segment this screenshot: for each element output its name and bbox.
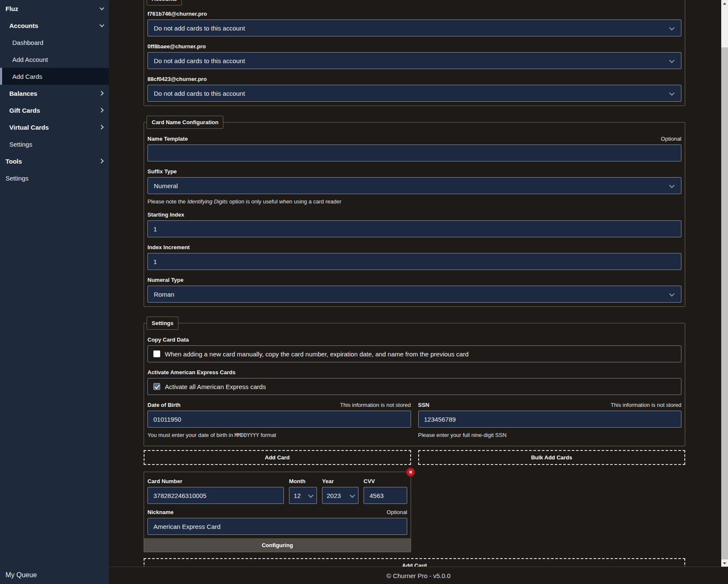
chevron-down-icon (308, 492, 314, 498)
sidebar-item-fluz[interactable]: Fluz (0, 0, 109, 17)
sidebar-item-label: Dashboard (12, 39, 103, 46)
numeral-type-select[interactable]: Roman (147, 286, 681, 303)
account-email-label: f761b746@churner.pro (147, 11, 681, 17)
scroll-up-arrow[interactable] (721, 0, 728, 7)
month-label: Month (289, 478, 317, 484)
chevron-right-icon (99, 91, 103, 95)
sidebar: Fluz Accounts Dashboard Add Account Add … (0, 0, 109, 584)
sidebar-item-my-queue[interactable]: My Queue (6, 571, 37, 579)
copy-card-data-label: Copy Card Data (147, 336, 681, 343)
month-select[interactable]: 12 (289, 487, 317, 504)
sidebar-item-dashboard[interactable]: Dashboard (0, 34, 109, 51)
accounts-fieldset: Accounts f761b746@churner.pro Do not add… (144, 0, 685, 106)
select-value: 2023 (327, 492, 341, 499)
ssn-help-text: Please enter your full nine-digit SSN (418, 432, 682, 438)
dob-help-text: You must enter your date of birth in MMD… (147, 432, 411, 438)
year-label: Year (322, 478, 358, 484)
add-card-button[interactable]: Add Card (144, 450, 411, 465)
optional-hint: Optional (661, 136, 681, 142)
nickname-input[interactable] (147, 518, 407, 535)
scrollbar-thumb[interactable] (721, 47, 728, 559)
select-value: 12 (294, 492, 301, 499)
dob-label: Date of Birth (147, 402, 181, 408)
starting-index-input[interactable] (147, 220, 681, 237)
select-value: Do not add cards to this account (154, 25, 245, 32)
starting-index-label: Starting Index (147, 211, 681, 218)
card-name-configuration-legend: Card Name Configuration (147, 116, 223, 129)
chevron-down-icon (669, 58, 675, 63)
sidebar-item-label: Settings (9, 141, 103, 148)
add-card-button-bottom[interactable]: Add Card (144, 558, 685, 567)
ssn-input[interactable] (418, 411, 682, 428)
sidebar-item-accounts[interactable]: Accounts (0, 17, 109, 34)
account-card-mode-select[interactable]: Do not add cards to this account (147, 85, 681, 102)
footer: © Churner Pro - v5.0.0 (109, 567, 728, 584)
copy-card-data-checkbox[interactable] (153, 350, 160, 357)
chevron-down-icon (350, 492, 355, 498)
activate-amex-option[interactable]: Activate all American Express cards (147, 378, 681, 395)
app-window: Fluz Accounts Dashboard Add Account Add … (0, 0, 728, 584)
account-card-mode-select[interactable]: Do not add cards to this account (147, 52, 681, 69)
activate-amex-checkbox[interactable] (153, 383, 160, 390)
account-card-mode-select[interactable]: Do not add cards to this account (147, 19, 681, 36)
nickname-label: Nickname (147, 509, 173, 515)
sidebar-item-tools[interactable]: Tools (0, 153, 109, 170)
month-group: Month 12 (289, 476, 317, 504)
card-number-group: Card Number (147, 476, 284, 504)
chevron-down-icon (100, 6, 104, 10)
chevron-down-icon (669, 291, 675, 297)
dob-input[interactable] (147, 411, 411, 428)
dob-field-group: Date of Birth This information is not st… (147, 395, 411, 438)
name-template-input[interactable] (147, 145, 681, 161)
numeral-type-label: Numeral Type (147, 277, 681, 283)
sidebar-item-virtual-cards[interactable]: Virtual Cards (0, 119, 109, 136)
vertical-scrollbar[interactable] (721, 0, 728, 567)
index-increment-input[interactable] (147, 253, 681, 270)
year-group: Year 2023 (322, 476, 358, 504)
chevron-right-icon (99, 108, 103, 112)
settings-legend: Settings (147, 317, 178, 330)
sidebar-item-label: Tools (6, 158, 100, 165)
cvv-label: CVV (364, 478, 407, 484)
sidebar-item-label: Fluz (6, 5, 100, 12)
select-value: Do not add cards to this account (154, 57, 245, 64)
name-template-label: Name Template (147, 136, 188, 142)
card-number-label: Card Number (147, 478, 284, 484)
sidebar-item-add-account[interactable]: Add Account (0, 51, 109, 68)
sidebar-item-label: Add Account (12, 56, 103, 63)
sidebar-item-label: Balances (9, 90, 100, 97)
add-card-actions: Add Card Bulk Add Cards (144, 450, 685, 465)
sidebar-item-balances[interactable]: Balances (0, 85, 109, 102)
select-value: Roman (154, 291, 174, 298)
activate-amex-text: Activate all American Express cards (165, 383, 266, 390)
dob-not-stored-note: This information is not stored (340, 402, 411, 408)
suffix-type-select[interactable]: Numeral (147, 177, 681, 194)
accounts-legend: Accounts (147, 0, 182, 6)
sidebar-item-label: Add Cards (12, 73, 103, 80)
bulk-add-cards-button[interactable]: Bulk Add Cards (418, 450, 686, 465)
sidebar-item-label: Accounts (9, 22, 100, 29)
scroll-down-arrow[interactable] (721, 559, 728, 567)
chevron-right-icon (99, 159, 103, 163)
sidebar-item-add-cards[interactable]: Add Cards (0, 68, 109, 85)
sidebar-item-settings[interactable]: Settings (0, 136, 109, 153)
chevron-right-icon (99, 125, 103, 129)
scroll-viewport: Accounts f761b746@churner.pro Do not add… (109, 0, 728, 567)
card-number-input[interactable] (147, 487, 284, 504)
cvv-input[interactable] (364, 487, 407, 504)
suffix-type-label: Suffix Type (147, 168, 681, 175)
chevron-down-icon (669, 183, 675, 188)
sidebar-item-gift-cards[interactable]: Gift Cards (0, 102, 109, 119)
remove-card-button[interactable]: ✕ (406, 467, 415, 477)
footer-version-text: © Churner Pro - v5.0.0 (386, 572, 450, 579)
account-email-label: 88cf0423@churner.pro (147, 76, 681, 82)
year-select[interactable]: 2023 (322, 487, 358, 504)
index-increment-label: Index Increment (147, 244, 681, 250)
ssn-field-group: SSN This information is not stored Pleas… (418, 395, 682, 438)
sidebar-item-label: Gift Cards (9, 107, 100, 114)
copy-card-data-option[interactable]: When adding a new card manually, copy th… (147, 345, 681, 362)
sidebar-item-settings-root[interactable]: Settings (0, 170, 109, 186)
sidebar-item-label: Virtual Cards (9, 124, 100, 131)
copy-card-data-text: When adding a new card manually, copy th… (165, 350, 469, 358)
select-value: Numeral (154, 182, 178, 189)
